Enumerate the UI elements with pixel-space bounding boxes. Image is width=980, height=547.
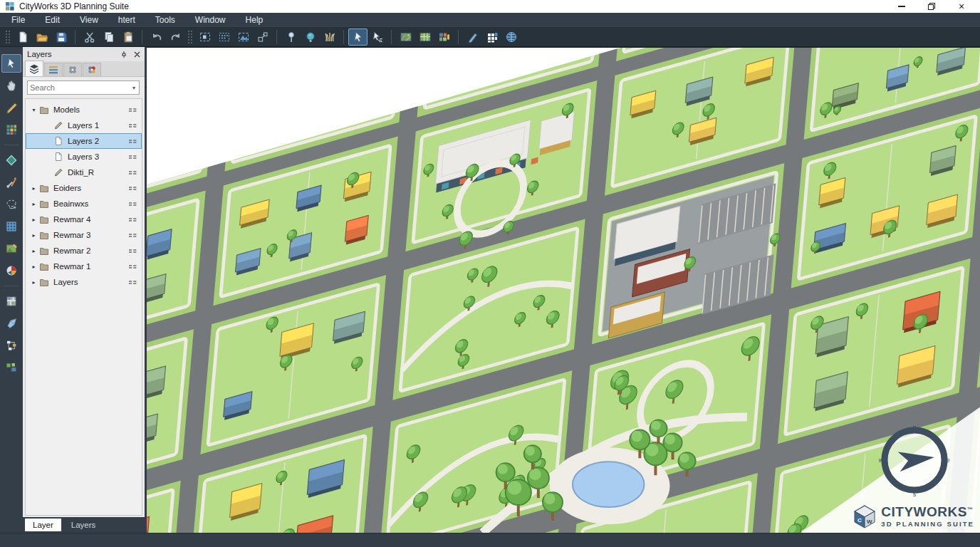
row-drag-handle[interactable] [127,121,138,130]
layer-tree-row[interactable]: ▸ Layers [26,274,142,290]
expander-icon[interactable]: ▾ [30,107,38,113]
map-view-1-button[interactable] [396,28,415,46]
row-drag-handle[interactable] [127,137,138,146]
row-drag-handle[interactable] [127,262,138,271]
panel-tab-list-lines[interactable] [44,63,63,76]
select-grid-button[interactable] [214,28,234,46]
app-icon [6,2,14,11]
pin-icon[interactable] [120,51,127,58]
toolbar-grip[interactable] [187,30,193,44]
row-drag-handle[interactable] [127,215,138,224]
row-drag-handle[interactable] [127,231,138,240]
copy-button[interactable] [99,28,118,46]
expander-icon[interactable]: ▸ [30,232,38,239]
rail-area-paint-button[interactable] [1,314,21,333]
expander-icon[interactable]: ▸ [30,264,38,270]
undo-button[interactable] [147,28,166,46]
expander-icon[interactable]: ▸ [30,201,38,207]
row-drag-handle[interactable] [127,105,138,115]
layer-tree-row[interactable]: Layers 3 [26,149,142,165]
search-combobox[interactable]: ▾ [27,80,140,95]
layer-tree-row[interactable]: ▾ Models [26,102,142,118]
layer-tree-row[interactable]: ▸ Rewmar 1 [26,259,142,274]
globe-view-button[interactable] [501,28,521,46]
rail-color-palette-button[interactable] [1,120,21,139]
save-button[interactable] [51,28,71,46]
panel-close-icon[interactable] [134,51,140,58]
layer-tree-row[interactable]: Layers 1 [26,118,142,133]
maximize-button[interactable] [927,2,936,11]
layer-tree-row[interactable]: ▸ Rewmar 2 [26,243,142,259]
chevron-down-icon[interactable]: ▾ [131,85,137,91]
new-file-icon [16,31,29,43]
menu-view[interactable]: View [70,14,108,26]
vegetation-brush-button[interactable] [320,28,339,46]
layer-tree-row[interactable]: Dikti_R [26,165,142,180]
close-button[interactable]: × [957,2,966,11]
menu-tools[interactable]: Tools [145,14,185,26]
toolbar-grip[interactable] [5,30,11,44]
rail-pan-hand-button[interactable] [1,76,21,95]
row-drag-handle[interactable] [127,278,138,287]
layer-tree-row[interactable]: ▸ Rewmar 3 [26,227,142,243]
toolbar-separator [75,30,75,44]
viewport-3d[interactable]: n e s w C W CITYWORKS™ 3D PLANNING SUITE [147,47,980,533]
menu-insert[interactable]: htert [108,14,145,26]
row-drag-handle[interactable] [127,199,138,209]
rail-lasso-select-button[interactable] [1,195,21,214]
open-folder-button[interactable] [32,28,51,46]
cut-button[interactable] [80,28,99,46]
menu-window[interactable]: Window [185,14,236,26]
rail-draw-pencil-button[interactable] [1,98,21,117]
expander-icon[interactable]: ▸ [30,248,38,254]
terrain-cursor-button[interactable] [368,28,387,46]
layer-tree-row[interactable]: ▸ Rewmar 4 [26,212,142,227]
layer-tree-row[interactable]: ▸ Beainwxs [26,196,142,212]
tab-layer[interactable]: Layer [25,519,61,531]
rail-flow-diagram-button[interactable] [1,336,21,355]
layer-tree-row[interactable]: Layers 2 [26,133,142,149]
paste-button[interactable] [118,28,137,46]
menu-bar: File Edit View htert Tools Window Help [0,13,980,27]
measure-pen-button[interactable] [463,28,482,46]
expander-icon[interactable]: ▸ [30,279,38,286]
new-file-button[interactable] [13,28,32,46]
row-drag-handle[interactable] [127,168,138,177]
search-input[interactable] [30,83,131,92]
map-view-2-button[interactable] [415,28,434,46]
expander-icon[interactable]: ▸ [30,185,38,192]
rail-zone-tag-button[interactable] [1,151,21,170]
menu-help[interactable]: Help [236,14,273,26]
rail-grid-table-button[interactable] [1,217,21,236]
tab-layers[interactable]: Layers [63,519,104,531]
bulb-tool-button[interactable] [301,28,320,46]
rail-asset-blocks-button[interactable] [1,358,21,377]
map-view-3-button[interactable] [434,28,454,46]
pin-marker-button[interactable] [281,28,301,46]
rail-build-tools-button[interactable] [1,173,21,192]
expander-icon[interactable]: ▸ [30,217,38,223]
grid-palette-button[interactable] [482,28,501,46]
rail-select-cursor-button[interactable] [1,54,21,73]
row-drag-handle[interactable] [127,184,138,193]
panel-tab-layers-stack[interactable] [25,61,43,76]
minimize-button[interactable] [897,2,906,11]
redo-button[interactable] [166,28,185,46]
toolbar-separator [343,30,344,44]
row-drag-handle[interactable] [127,152,138,162]
rail-pie-globe-button[interactable] [1,261,21,280]
panel-tab-materials[interactable] [83,63,101,76]
layer-tree-row[interactable]: ▸ Eoiders [26,180,142,196]
menu-edit[interactable]: Edit [35,14,70,26]
select-terrain-button[interactable] [234,28,253,46]
trademark-symbol: ™ [967,506,974,513]
menu-file[interactable]: File [1,14,35,26]
layers-stack-icon [28,63,40,75]
select-cursor-button[interactable] [348,28,368,46]
row-drag-handle[interactable] [127,246,138,256]
select-area-button[interactable] [195,28,214,46]
panel-tab-components[interactable] [63,63,82,76]
rail-terrain-paint-button[interactable] [1,239,21,258]
scale-tool-button[interactable] [253,28,272,46]
rail-map-layout-button[interactable] [1,292,21,311]
